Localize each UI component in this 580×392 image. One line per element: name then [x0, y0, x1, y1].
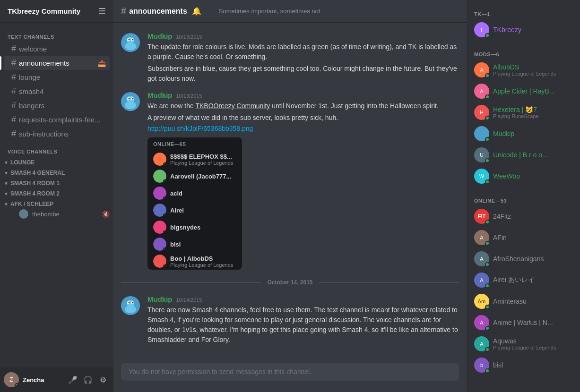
channel-item-wrapper-announcements: # announcements 📤 — [0, 56, 113, 70]
message-header-2: Mudkip 10/13/2015 — [147, 91, 459, 99]
headphone-button[interactable]: 🎧 — [81, 373, 95, 386]
members-section-online: ONLINE—53 — [470, 194, 576, 205]
member-avatar-tkbreezy: T — [474, 22, 489, 37]
channel-name-smash4: smash4 — [19, 87, 44, 95]
member-name-aquwas: Aquwas — [493, 337, 572, 345]
voice-category-smash4general[interactable]: ▼ Smash 4 General — [0, 167, 113, 177]
member-info-animewaifus: Anime | Waifus | N... — [493, 319, 572, 326]
member-info-tkbreezy: TKbreezy — [493, 26, 572, 34]
member-item-airei[interactable]: A Airei あいレイ — [470, 270, 576, 290]
hash-icon: # — [11, 44, 16, 54]
voice-channels-header[interactable]: Voice Channels — [0, 141, 113, 156]
popup-info-boo: Boo | AlbobDS Playing League of Legends — [170, 255, 236, 268]
member-name-afin: AFin — [493, 234, 572, 241]
hash-icon-bangers: # — [11, 101, 16, 111]
member-item-applecider[interactable]: A Apple Cider | RayB... — [470, 81, 576, 102]
popup-user-elephox[interactable]: $$$$$ ELEPHOX $$... Playing League of Le… — [147, 151, 242, 168]
voice-icons: 🔇 — [102, 211, 110, 218]
message-avatar-3 — [121, 296, 140, 315]
member-item-unicode[interactable]: U Unicode | B r o o... — [470, 145, 576, 165]
popup-user-boo[interactable]: Boo | AlbobDS Playing League of Legends — [147, 253, 242, 270]
channel-name-sub: sub-instructions — [19, 130, 69, 138]
popup-avatar-bisl — [153, 238, 166, 251]
member-avatar-unicode: U — [474, 147, 489, 162]
message-link-2[interactable]: http://puu.sh/kJplF/65368bb358.png — [147, 124, 459, 134]
popup-name-airei: Airei — [170, 207, 236, 214]
date-divider: October 14, 2015 — [113, 275, 467, 290]
member-item-aminterasu[interactable]: Am Aminterasu — [470, 291, 576, 312]
popup-avatar-boo — [153, 255, 166, 268]
channel-list: Text Channels # welcome # announcements … — [0, 23, 113, 367]
member-item-afin[interactable]: A AFin — [470, 227, 576, 248]
member-info-aminterasu: Aminterasu — [493, 298, 572, 305]
hash-icon-lounge: # — [11, 72, 16, 82]
popup-status-text-elephox: Playing League of Legends — [170, 160, 236, 166]
sidebar-item-welcome[interactable]: # welcome — [4, 42, 110, 56]
svg-point-20 — [132, 302, 134, 304]
member-item-albobds[interactable]: A AlbobDS Playing League of Legends — [470, 60, 576, 80]
arrow-icon-smash4r2: ▼ — [4, 191, 9, 196]
voice-category-smash4room1[interactable]: ▼ Smash 4 Room 1 — [0, 177, 113, 187]
settings-button[interactable]: ⚙ — [96, 373, 110, 386]
voice-lounge-label: Lounge — [10, 159, 35, 166]
member-name-applecider: Apple Cider | RayB... — [493, 87, 572, 95]
popup-name-aarovell: Aarovell (Jacob777... — [170, 173, 236, 180]
svg-point-12 — [129, 98, 130, 100]
member-item-tkbreezy[interactable]: T TKbreezy — [470, 19, 576, 40]
text-channels-header[interactable]: Text Channels — [0, 26, 113, 42]
sidebar-item-announcements[interactable]: # announcements 📤 — [4, 56, 110, 70]
voice-category-smash4room2[interactable]: ▼ Smash 4 Room 2 — [0, 187, 113, 198]
voice-category-lounge[interactable]: ▼ Lounge — [0, 156, 113, 167]
channel-item-wrapper-welcome: # welcome — [0, 42, 113, 56]
member-avatar-weewoo: W — [474, 169, 489, 184]
popup-user-aarovell[interactable]: Aarovell (Jacob777... — [147, 168, 242, 185]
member-item-24fitz[interactable]: FIT 24Fitz — [470, 206, 576, 227]
channel-name-bangers: bangers — [19, 102, 44, 110]
hamburger-icon[interactable]: ☰ — [98, 6, 106, 17]
channel-description: Sometimes important, sometimes not. — [219, 8, 322, 15]
popup-name-boo: Boo | AlbobDS — [170, 255, 236, 262]
member-name-aminterasu: Aminterasu — [493, 298, 572, 305]
sidebar-item-lounge[interactable]: # lounge — [4, 70, 110, 84]
voice-smash4r1-label: Smash 4 Room 1 — [10, 180, 60, 187]
current-user-status — [15, 383, 19, 387]
svg-point-6 — [132, 39, 134, 41]
preview-link[interactable]: http://puu.sh/kJplF/65368bb358.png — [147, 125, 253, 132]
member-item-animewaifus[interactable]: A Anime | Waifus | N... — [470, 312, 576, 333]
svg-point-5 — [129, 39, 130, 41]
message-author-3: Mudkip — [147, 295, 173, 303]
sidebar-item-requests[interactable]: # requests-complaints-fee... — [4, 113, 110, 127]
channel-header-name: announcements — [129, 7, 187, 16]
voice-user-thebombe[interactable]: thebombe 🔇 — [0, 208, 113, 220]
online-popup: ONLINE—65 $$$$$ ELEPHOX $$... Playing Le… — [147, 137, 242, 270]
member-info-afroshenanigans: AfroShenanigans — [493, 255, 572, 263]
sidebar-item-smash4[interactable]: # smash4 — [4, 85, 110, 98]
member-item-weewoo[interactable]: W WeeWoo — [470, 166, 576, 187]
member-status-mudkip — [485, 137, 490, 142]
member-item-afroshenanigans[interactable]: A AfroShenanigans — [470, 248, 576, 269]
message-timestamp-2: 10/13/2015 — [176, 93, 202, 99]
member-item-bisl[interactable]: b bisl — [470, 355, 576, 375]
sidebar-item-bangers[interactable]: # bangers — [4, 99, 110, 112]
member-item-hexetera[interactable]: H Hexetera | 😺7 Playing RuneScape — [470, 102, 576, 123]
member-status-albobds — [485, 73, 490, 78]
member-activity-albobds: Playing League of Legends — [493, 71, 572, 77]
popup-user-acid[interactable]: acid — [147, 185, 242, 202]
sidebar-item-sub-instructions[interactable]: # sub-instructions — [4, 127, 110, 141]
community-name-underline: TKBOOreezy Community — [195, 102, 270, 110]
popup-name-bisl: bisl — [170, 241, 236, 248]
voice-category-afk[interactable]: ▼ AFK / Schleep — [0, 198, 113, 208]
member-item-mudkip[interactable]: Mudkip — [470, 123, 576, 144]
date-divider-text: October 14, 2015 — [261, 279, 318, 286]
current-user-name: Zencha — [23, 376, 62, 383]
popup-user-airei[interactable]: Airei — [147, 202, 242, 219]
mute-icon: 🔇 — [102, 211, 110, 218]
channel-header-bell-icon[interactable]: 🔔 — [192, 7, 201, 16]
popup-status-elephox — [163, 162, 166, 166]
message-timestamp-1: 10/13/2015 — [176, 34, 202, 40]
microphone-button[interactable]: 🎤 — [66, 373, 79, 386]
popup-user-bisl[interactable]: bisl — [147, 236, 242, 253]
voice-user-name-thebombe: thebombe — [32, 211, 60, 218]
popup-user-bigsnydes[interactable]: bigsnydes — [147, 219, 242, 236]
member-item-aquwas[interactable]: A Aquwas Playing League of Legends — [470, 333, 576, 354]
